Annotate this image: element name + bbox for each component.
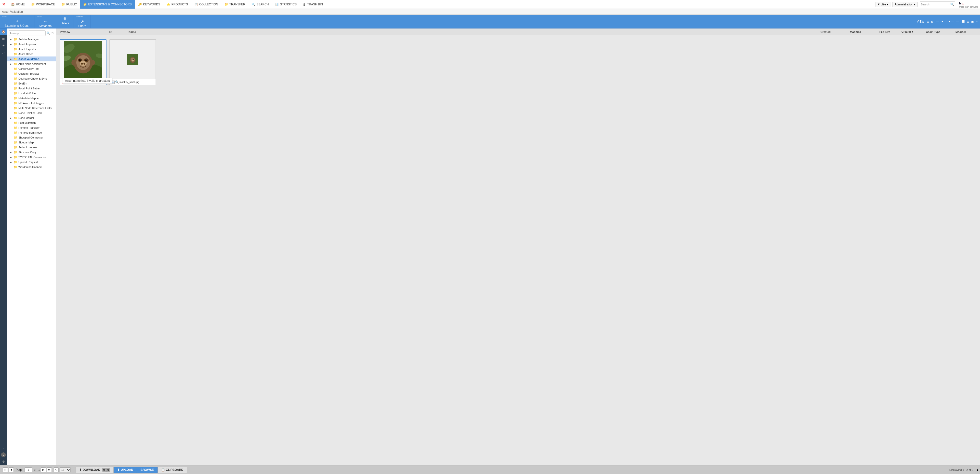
zoom-in-icon[interactable]: + [941, 19, 944, 24]
tree-item-metadata-mapper[interactable]: 📁 Metadata Mapper [7, 96, 56, 101]
folder-icon-asset-exporter: 📁 [14, 47, 18, 51]
tree-item-duplicate-check-sync[interactable]: 📁 Duplicate Check & Sync [7, 76, 56, 81]
tree-refresh-icon[interactable]: ↻ [51, 32, 54, 35]
nav-tab-keywords[interactable]: 🔑KEYWORDS [135, 0, 163, 9]
page-refresh-btn[interactable]: ↻ [54, 468, 59, 472]
tree-item-local-hotfolder[interactable]: 📁 Local Hotfolder [7, 91, 56, 96]
tree-item-typo3-fal-connector[interactable]: ▶ 📁 TYPO3 FAL Connector [7, 155, 56, 160]
tree-item-structure-copy[interactable]: ▶ 📁 Structure Copy [7, 150, 56, 155]
panel-btn-star[interactable]: ★ [0, 42, 7, 49]
col-header-preview[interactable]: Preview [58, 30, 107, 34]
nav-tab-products[interactable]: ⭐PRODUCTS [164, 0, 191, 9]
asset-card-1[interactable]: ✕ ⊘ monkey Asset name has invalid charac… [60, 39, 107, 85]
browse-button[interactable]: BROWSE [137, 467, 158, 473]
tree-item-asset-validation[interactable]: ▶ 📁 Asset Validation [7, 56, 56, 61]
tree-item-ms-azure-autotagger[interactable]: 📁 MS Azure Autotagger [7, 101, 56, 105]
col-header-created[interactable]: Created [819, 30, 848, 34]
action-toolbar: NEW + Extensions & Con... EDIT ✏ Metadat… [0, 15, 980, 29]
nav-tab-public[interactable]: 📁PUBLIC [59, 0, 80, 9]
tree-item-post-migration[interactable]: 📁 Post Migration [7, 120, 56, 125]
folder-icon-remove-from-node: 📁 [14, 131, 18, 134]
page-last-btn[interactable]: ⏭ [47, 468, 52, 472]
tree-item-sidebar-map[interactable]: 📁 Sidebar Map [7, 140, 56, 145]
download-button[interactable]: ⬇ DOWNLOAD 0 | 0 [76, 467, 114, 473]
col-header-name[interactable]: Name [127, 30, 819, 34]
nav-tab-collection[interactable]: 📋COLLECTION [191, 0, 221, 9]
nav-tab-extensions[interactable]: 📁EXTENSIONS & CONNECTORS [80, 0, 134, 9]
tree-item-showpad-connector[interactable]: 📁 Showpad Connector [7, 135, 56, 140]
extensions-con-button[interactable]: + Extensions & Con... [2, 18, 33, 29]
delete-button[interactable]: 🗑 Delete [58, 16, 72, 26]
tree-item-node-deletion-task[interactable]: 📁 Node Deletion Task [7, 110, 56, 115]
logo: brix [959, 0, 978, 6]
tree-item-asset-order[interactable]: 📁 Asset Order [7, 51, 56, 56]
tree-item-asset-exporter[interactable]: 📁 Asset Exporter [7, 47, 56, 51]
clipboard-button[interactable]: 📋 CLIPBOARD [158, 467, 187, 473]
tab-icon-home: 🏠 [11, 3, 15, 6]
tree-item-archive-manager[interactable]: ▶ 📁 Archive Manager [7, 37, 56, 42]
tree-search-icon[interactable]: 🔍 [47, 32, 50, 35]
panel-btn-question[interactable]: ? [0, 445, 7, 452]
zoom-slider[interactable]: ——●—— [945, 20, 955, 23]
asset-card-2[interactable]: □ 🔍 monkey_small.jpg [110, 39, 156, 85]
tree-item-upload-request[interactable]: ▶ 📁 Upload Request [7, 160, 56, 164]
tree-item-custom-previews[interactable]: 📁 Custom Previews [7, 71, 56, 76]
tab-label-workspace: WORKSPACE [36, 3, 55, 6]
tree-item-auto-node-assignment[interactable]: ▶ 📁 Auto Node Assignment [7, 61, 56, 66]
page-first-btn[interactable]: ⏮ [3, 468, 8, 472]
administration-dropdown[interactable]: Administration ▾ [892, 2, 918, 7]
tree-item-multi-node-reference-editor[interactable]: 📁 Multi Node Reference Editor [7, 105, 56, 110]
col-header-assettype[interactable]: Asset Type [924, 30, 953, 34]
panel-btn-home[interactable]: 🏠 [0, 29, 7, 35]
tree-item-eyeem[interactable]: 📁 EyeEm [7, 81, 56, 86]
nav-tab-search[interactable]: 🔍SEARCH [248, 0, 272, 9]
col-header-creator[interactable]: Creator ▾ [899, 30, 924, 34]
col-header-id[interactable]: ID [107, 30, 127, 34]
nav-tab-statistics[interactable]: 📊STATISTICS [272, 0, 300, 9]
upload-button[interactable]: ⬆ UPLOAD [114, 467, 137, 473]
page-next-btn[interactable]: ▶ [41, 468, 46, 472]
panel-btn-settings[interactable]: ⚙ [0, 458, 7, 465]
close-button[interactable]: ✕ [2, 2, 5, 6]
col-header-modified[interactable]: Modified [848, 30, 877, 34]
detail-view-icon[interactable]: ≡ [975, 19, 978, 24]
nav-tab-trashbin[interactable]: 🗑TRASH BIN [300, 0, 326, 9]
col-header-modifier[interactable]: Modifier [953, 30, 978, 34]
col-header-filesize[interactable]: File Size [877, 30, 899, 34]
asset-1-name: monkey [70, 81, 105, 83]
nav-tab-home[interactable]: 🏠HOME [8, 0, 28, 9]
tree-item-focal-point-setter[interactable]: 📁 Focal Point Setter [7, 86, 56, 91]
tree-item-node-merger[interactable]: ▶ 📁 Node Merger [7, 115, 56, 120]
tile-view-icon[interactable]: ▣ [970, 19, 974, 24]
view-icon-1[interactable]: ⊞ [926, 19, 930, 24]
search-input[interactable] [921, 3, 950, 6]
download-label: DOWNLOAD [83, 468, 100, 472]
tree-item-wordpress-connect[interactable]: 📁 Wordpress Connect [7, 164, 56, 169]
per-page-select[interactable]: 15 25 50 100 [60, 468, 71, 472]
nav-tab-workspace[interactable]: 📁WORKSPACE [28, 0, 58, 9]
share-button[interactable]: ↗ Share [76, 18, 89, 29]
grid-view-icon[interactable]: ⊞ [966, 19, 970, 24]
tree-item-asset-approval[interactable]: ▶ 📁 Asset Approval [7, 42, 56, 47]
tree-item-remove-from-node[interactable]: 📁 Remove from Node [7, 130, 56, 135]
tree-item-smint-io-connect[interactable]: 📁 Smint.io connect [7, 145, 56, 150]
page-input[interactable] [24, 468, 32, 472]
profile-dropdown[interactable]: Profile ▾ [875, 2, 891, 7]
page-total: 1 [38, 468, 40, 472]
list-view-icon[interactable]: ☰ [962, 19, 965, 24]
share-group-label: SHARE [76, 15, 83, 18]
panel-btn-arrows[interactable]: ⇄ [0, 49, 7, 56]
page-label: Page [16, 468, 22, 472]
zoom-out-icon[interactable]: — [956, 19, 959, 24]
page-prev-btn[interactable]: ◀ [9, 468, 14, 472]
view-icon-2[interactable]: ⊡ [931, 19, 934, 24]
tree-item-carboncopy-test[interactable]: 📁 CarbonCopy Test [7, 66, 56, 71]
tree-item-remote-hotfolder[interactable]: 📁 Remote Hotfolder [7, 125, 56, 130]
profile-label: Profile [878, 3, 886, 6]
collapse-btn[interactable]: ▲ [975, 467, 980, 472]
nav-tab-transfer[interactable]: 📁TRANSFER [221, 0, 248, 9]
metadata-button[interactable]: ✏ Metadata [37, 18, 54, 29]
panel-btn-layers[interactable]: ◧ [0, 35, 7, 42]
avatar[interactable]: U [1, 452, 6, 457]
tree-search-input[interactable] [9, 30, 46, 36]
